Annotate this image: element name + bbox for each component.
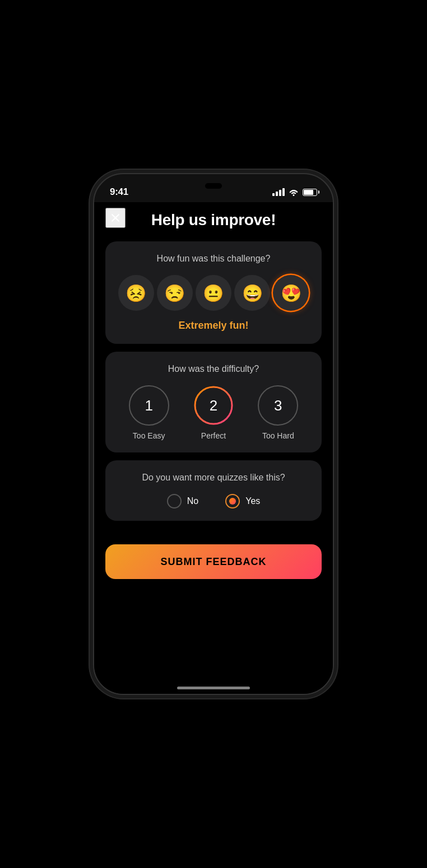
- phone-frame: 9:41 Help us improve! How fun w: [93, 173, 334, 695]
- difficulty-label-1: Too Easy: [133, 431, 165, 440]
- difficulty-row: 1 Too Easy: [117, 385, 310, 440]
- emoji-btn-4[interactable]: 😄: [234, 275, 270, 311]
- status-time: 9:41: [110, 186, 128, 198]
- dynamic-island: [205, 183, 222, 189]
- difficulty-label-2: Perfect: [201, 431, 226, 440]
- page-title: Help us improve!: [105, 211, 322, 229]
- difficulty-option-3[interactable]: 3 Too Hard: [258, 385, 298, 440]
- emoji-btn-5[interactable]: 😍: [273, 275, 309, 311]
- home-indicator: [177, 687, 250, 689]
- battery-icon: [303, 189, 317, 196]
- emoji-btn-2[interactable]: 😒: [157, 275, 193, 311]
- fun-question: How fun was this challenge?: [117, 254, 310, 264]
- signal-icon: [272, 188, 285, 196]
- status-bar: 9:41: [94, 174, 333, 202]
- radio-label-yes: Yes: [245, 496, 260, 506]
- status-icons: [272, 188, 317, 196]
- screen: Help us improve! How fun was this challe…: [94, 202, 333, 694]
- emoji-btn-3[interactable]: 😐: [196, 275, 231, 311]
- fun-selected-label: Extremely fun!: [117, 320, 310, 332]
- radio-dot-yes: [229, 498, 236, 505]
- difficulty-question: How was the difficulty?: [117, 364, 310, 374]
- difficulty-label-3: Too Hard: [262, 431, 294, 440]
- difficulty-circle-1: 1: [129, 385, 169, 426]
- wifi-icon: [289, 188, 299, 196]
- difficulty-circle-3: 3: [258, 385, 298, 426]
- emoji-btn-1[interactable]: 😣: [118, 275, 154, 311]
- emoji-row: 😣 😒 😐 😄 😍: [117, 275, 310, 311]
- radio-row: No Yes: [117, 494, 310, 508]
- more-quizzes-question: Do you want more quizzes like this?: [117, 473, 310, 483]
- close-button[interactable]: [105, 208, 126, 228]
- submit-feedback-button[interactable]: SUBMIT FEEDBACK: [105, 544, 322, 579]
- radio-circle-yes: [225, 494, 240, 508]
- difficulty-card: How was the difficulty? 1 Too Easy: [105, 352, 322, 452]
- difficulty-option-2[interactable]: 2 Perfect: [193, 385, 234, 440]
- radio-option-yes[interactable]: Yes: [225, 494, 260, 508]
- difficulty-option-1[interactable]: 1 Too Easy: [129, 385, 169, 440]
- fun-card: How fun was this challenge? 😣 😒 😐 😄 😍 Ex…: [105, 241, 322, 344]
- difficulty-wrapper-2: 2: [193, 385, 234, 426]
- radio-label-no: No: [187, 496, 198, 506]
- radio-option-no[interactable]: No: [167, 494, 198, 508]
- more-quizzes-card: Do you want more quizzes like this? No Y…: [105, 460, 322, 521]
- radio-circle-no: [167, 494, 182, 508]
- difficulty-circle-2: 2: [193, 385, 234, 426]
